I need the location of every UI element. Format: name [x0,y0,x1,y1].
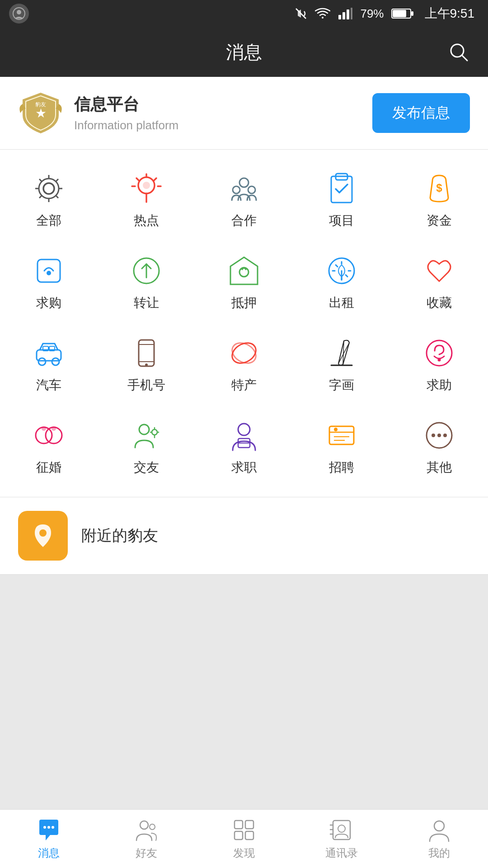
messages-icon [37,818,61,842]
svg-point-77 [437,434,441,437]
messages-nav-label: 消息 [38,846,60,860]
svg-rect-7 [411,11,413,16]
svg-line-25 [136,178,139,180]
category-calligraphy[interactable]: 字画 [301,328,382,401]
category-recruit[interactable]: 招聘 [301,410,382,483]
svg-point-81 [47,826,50,829]
project-icon [324,170,360,207]
svg-point-82 [52,826,54,829]
svg-point-55 [427,340,452,366]
seek-label: 求购 [36,294,61,311]
category-phone[interactable]: 手机号 [106,328,187,401]
friends-nav-label: 好友 [136,846,157,860]
category-hot[interactable]: 热点 [106,163,187,236]
friend-icon [128,417,164,453]
svg-point-51 [145,363,148,366]
recruit-label: 招聘 [329,459,354,476]
hot-label: 热点 [134,212,159,229]
job-label: 求职 [231,459,257,476]
svg-line-22 [39,195,42,198]
collect-label: 收藏 [427,294,452,311]
friend-label: 交友 [134,459,159,476]
svg-rect-5 [351,8,352,19]
svg-point-44 [38,358,46,365]
svg-point-32 [233,186,240,193]
category-seek[interactable]: 求购 [8,245,89,319]
car-icon [31,335,67,371]
category-fund[interactable]: $ 资金 [399,163,480,236]
svg-point-72 [334,428,338,431]
nav-mine[interactable]: 我的 [399,818,480,860]
svg-point-62 [152,429,157,435]
nav-discover[interactable]: 发现 [203,818,285,860]
svg-point-30 [143,182,150,189]
category-job[interactable]: 求职 [203,410,285,483]
calligraphy-label: 字画 [329,377,354,394]
all-label: 全部 [36,212,61,229]
svg-point-94 [434,821,444,831]
battery-text: 79% [360,7,384,21]
category-project[interactable]: 项目 [301,163,382,236]
nearby-icon [18,511,68,561]
category-cooperate[interactable]: 合作 [203,163,285,236]
svg-point-59 [42,426,46,431]
category-all[interactable]: 全部 [8,163,89,236]
category-friend[interactable]: 交友 [106,410,187,483]
svg-rect-70 [329,426,354,444]
svg-rect-86 [245,821,253,829]
category-specialty[interactable]: 特产 [203,328,285,401]
svg-point-38 [47,271,51,275]
category-help[interactable]: 求助 [399,328,480,401]
rent-icon [324,253,360,289]
discover-icon [232,818,256,842]
category-marriage[interactable]: 征婚 [8,410,89,483]
svg-point-60 [52,426,56,431]
svg-text:★: ★ [35,106,47,120]
category-mortgage[interactable]: 抵押 [203,245,285,319]
calligraphy-icon [324,335,360,371]
svg-point-33 [248,186,255,193]
svg-point-78 [443,434,447,437]
nav-messages[interactable]: 消息 [8,818,89,860]
marriage-label: 征婚 [36,459,61,476]
svg-rect-48 [139,340,154,366]
category-row-1: 全部 热点 [0,159,488,241]
phone-icon [128,335,164,371]
mortgage-label: 抵押 [231,294,257,311]
time-display: 上午9:51 [425,5,475,22]
cooperate-icon [226,170,262,207]
svg-point-41 [239,268,249,277]
search-button[interactable] [447,41,470,63]
contacts-icon [329,818,354,842]
category-row-2: 求购 转让 抵押 [0,241,488,323]
category-rent[interactable]: 出租 [301,245,382,319]
marriage-icon [31,417,67,453]
publish-button[interactable]: 发布信息 [372,93,470,133]
nearby-section[interactable]: 附近的豹友 [0,497,488,575]
svg-point-84 [150,824,155,830]
nav-friends[interactable]: 好友 [106,818,187,860]
page-title: 消息 [226,40,262,65]
category-transfer[interactable]: 转让 [106,245,187,319]
svg-point-13 [43,183,54,194]
info-platform-banner: ★ 豹友 信息平台 Information platform 发布信息 [0,77,488,150]
platform-text: 信息平台 Information platform [74,94,178,132]
svg-line-10 [462,55,467,61]
status-icons: 79% 上午9:51 [294,5,474,22]
bottom-nav: 消息 好友 发现 [0,809,488,868]
transfer-icon [128,253,164,289]
other-label: 其他 [427,459,452,476]
fund-label: 资金 [427,212,452,229]
svg-point-67 [238,424,250,435]
job-icon [226,417,262,453]
svg-text:豹友: 豹友 [35,101,46,108]
svg-point-90 [338,825,345,832]
svg-rect-87 [235,831,243,840]
category-car[interactable]: 汽车 [8,328,89,401]
category-grid: 全部 热点 [0,150,488,497]
category-collect[interactable]: 收藏 [399,245,480,319]
mortgage-icon [226,253,262,289]
svg-point-79 [39,529,47,537]
nav-contacts[interactable]: 通讯录 [301,818,382,860]
category-other[interactable]: 其他 [399,410,480,483]
